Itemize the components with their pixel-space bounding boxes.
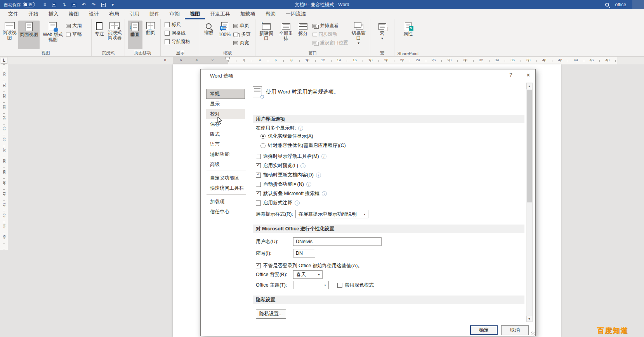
ribbon-tab[interactable]: 布局 [104,9,124,19]
sidebar-item[interactable]: 语言 [206,139,245,149]
ui-option-checkbox[interactable]: 启用新式注释 i [256,198,327,207]
ribbon-tab[interactable]: 绘图 [64,9,84,19]
show-option-checkbox[interactable]: 导航窗格 [165,38,190,45]
sidebar-item[interactable]: 高级 [206,159,245,169]
always-use-checkbox[interactable]: 不管是否登录到 Office 都始终使用这些值(A)。 [256,261,363,270]
ribbon-tab[interactable]: 帮助 [260,9,281,19]
horizontal-ruler[interactable]: 8642 24681012141618202224262830323436384… [0,57,644,64]
sidebar-item[interactable]: 显示 [206,99,245,109]
print-layout-icon [26,22,33,31]
scrollbar-thumb[interactable] [527,90,532,202]
draft-view-button[interactable]: 草稿 [66,31,90,38]
privacy-settings-button[interactable]: 隐私设置... [256,309,286,319]
show-option-checkbox[interactable]: 标尺 [165,21,181,28]
switch-windows-button[interactable]: 切换窗口 ▾ [349,21,368,49]
dialog-scrollbar[interactable]: ▲ ▼ [526,83,533,322]
autosave-toggle[interactable]: 自动保存 关 [4,2,35,8]
properties-button[interactable]: S 属性 [401,21,415,49]
web-layout-button[interactable]: Web 版式视图 [40,21,66,49]
redo-icon[interactable]: ↷ [92,0,95,9]
reading-view-button[interactable]: 阅读视图 [2,21,17,49]
outline-view-button[interactable]: 大纲 [66,22,90,29]
username-field[interactable]: DNelvis [293,237,382,246]
sidebar-item[interactable]: 常规 [206,89,245,99]
ok-button[interactable]: 确定 [470,325,498,335]
focus-button[interactable]: 专注 [93,21,106,49]
tab-selector[interactable]: L [1,57,7,64]
ui-option-checkbox[interactable]: 启用实时预览(L) i [256,161,327,170]
sidebar-item[interactable]: 辅助功能 [206,149,245,159]
display-option-radio[interactable]: 针对兼容性优化(需重启应用程序)(C) [260,141,346,150]
ribbon-tab[interactable]: 引用 [124,9,144,19]
info-icon: i [306,182,311,187]
sidebar-item[interactable]: 快速访问工具栏 [206,183,245,193]
macros-button[interactable]: 宏 ▾ [375,21,390,49]
ribbon-tab[interactable]: 审阅 [165,9,185,19]
ribbon-tab[interactable]: 文件 [3,9,23,19]
username-row: 用户名(U): DNelvis [256,237,382,246]
ruler-number: 8 [284,58,299,62]
sidebar-item[interactable]: 自定义功能区 [206,173,245,183]
ribbon-tab[interactable]: 设计 [84,9,104,19]
scroll-down-icon[interactable]: ▼ [526,316,532,322]
save-icon[interactable] [72,3,76,7]
split-button[interactable]: 拆分 [296,21,310,49]
sidebar-item[interactable]: 版式 [206,129,245,139]
ui-option-checkbox[interactable]: 选择时显示浮动工具栏(M) i [256,152,327,161]
ruler-number: 32 [2,92,6,100]
page-width-button[interactable]: 页宽 [233,39,253,47]
search-icon[interactable] [605,3,609,7]
undo-icon[interactable]: ↶ [82,0,86,9]
office-theme-dropdown[interactable]: ▾ [293,281,329,289]
vertical-ruler[interactable]: 30313233343536373839404142434445 [0,64,8,250]
initials-field[interactable]: DN [293,249,315,258]
sidebar-item[interactable]: 校对 [206,109,245,119]
checkbox-icon [256,163,261,168]
one-page-button[interactable]: 单页 [233,22,253,29]
user-avatar[interactable] [632,0,644,9]
customize-lines-icon[interactable]: ≡ [43,0,46,9]
save-as-icon[interactable] [52,3,56,7]
view-side-by-side-button[interactable]: 并排查看 [312,22,348,29]
ribbon-tab[interactable]: 开发工具 [205,9,235,19]
display-option-radio[interactable]: 优化实现最佳显示(A) [260,131,346,141]
titlebar-right: office [605,0,644,9]
ruler-number: 39 [2,168,6,176]
ribbon-tab[interactable]: 一闪流溢 [281,9,311,19]
zoom-button[interactable]: 缩放 [202,21,216,49]
show-option-checkbox[interactable]: 网格线 [165,29,186,37]
new-window-button[interactable]: + 新建窗口 [257,21,276,49]
qat-more-icon[interactable]: ▾ [111,0,114,9]
chevron-down-icon: ▾ [316,271,322,278]
sidebar-item[interactable]: 加载项 [206,197,245,207]
office-background-dropdown[interactable]: 春天 ▾ [293,270,323,279]
side-to-side-button[interactable]: ↔ 翻页 [143,21,158,49]
ribbon-tab[interactable]: 加载项 [235,9,260,19]
ruler-number: 16 [347,58,363,62]
cancel-button[interactable]: 取消 [501,325,529,335]
vertical-button[interactable]: ↕ 垂直 [128,21,142,49]
disable-dark-mode-checkbox[interactable]: 禁用深色模式 [337,282,374,289]
scroll-up-icon[interactable]: ▲ [526,83,532,89]
split-icon [299,23,307,30]
immersive-reader-button[interactable]: 沉浸式 阅读器 [106,21,123,49]
zoom-100-button[interactable]: 100 100% [217,21,233,49]
ui-option-checkbox[interactable]: 自动折叠功能区(N) i [256,180,327,189]
ribbon-tab[interactable]: 邮件 [144,9,165,19]
ribbon-tab[interactable]: 视图 [185,9,205,19]
ui-option-checkbox[interactable]: 拖动时更新文档内容(D) i [256,170,327,180]
sidebar-item[interactable]: 保存 [206,119,245,129]
ruler-number: 20 [378,58,394,62]
sidebar-item[interactable]: 信任中心 [206,207,245,217]
quick-print-icon[interactable] [101,3,106,7]
arrange-all-button[interactable]: 全部重排 [277,21,296,49]
repeat-icon[interactable]: ↴ [62,0,66,9]
ui-option-checkbox[interactable]: 默认折叠 Microsoft 搜索框 i [256,189,327,198]
ribbon-tab[interactable]: 插入 [43,9,64,19]
account-label[interactable]: office [615,2,626,7]
print-layout-button[interactable]: 页面视图 [18,21,40,49]
ribbon-tab[interactable]: 开始 [23,9,43,19]
screentip-style-dropdown[interactable]: 在屏幕提示中显示功能说明 ▾ [295,210,368,218]
resize-grip[interactable] [531,332,535,335]
multi-page-button[interactable]: 多页 [233,31,253,38]
